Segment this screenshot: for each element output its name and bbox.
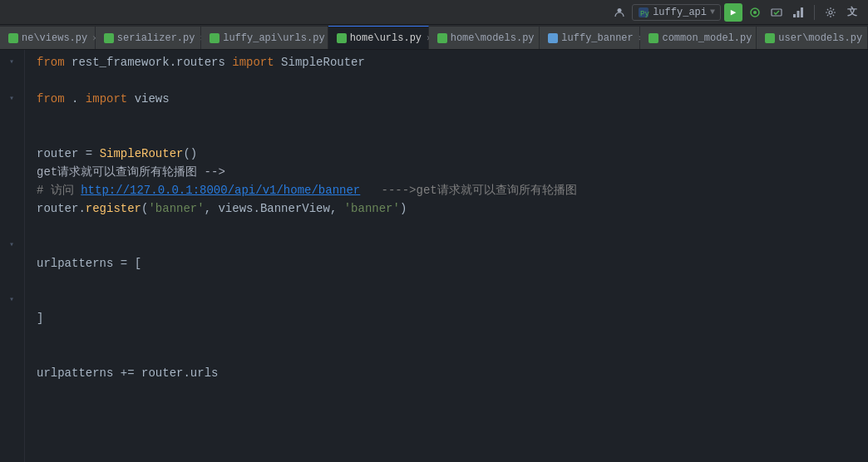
tab-label-common-model: common_model.py: [662, 32, 752, 44]
tab-serializer[interactable]: serializer.py ✕: [96, 26, 201, 49]
parens: (): [183, 145, 197, 163]
router-urls: router.urls: [141, 364, 218, 382]
tab-home-urls[interactable]: home\urls.py ✕: [328, 26, 429, 49]
keyword-import: import: [232, 53, 274, 71]
tab-luffy-urls[interactable]: luffy_api\urls.py ✕: [201, 26, 328, 49]
tab-icon-views: [8, 33, 18, 43]
import-views: views: [127, 90, 169, 108]
code-line-1: from rest_framework.routers import Simpl…: [37, 53, 868, 71]
gutter-line-16: [0, 327, 19, 346]
comment-hash: #: [37, 181, 51, 199]
keyword-from: from: [37, 53, 65, 71]
comma1: ,: [205, 199, 219, 218]
code-line-15: [37, 327, 868, 346]
svg-rect-6: [793, 14, 796, 17]
tab-label-luffy-banner: luffy_banner: [561, 32, 633, 44]
comment-url-link[interactable]: http://127.0.0.1:8000/api/v1/home/banner: [81, 181, 360, 199]
svg-text:Py: Py: [640, 10, 649, 18]
fold-icon-14[interactable]: ▾: [9, 291, 14, 309]
fold-icon-11[interactable]: ▾: [9, 236, 14, 254]
urlpatterns-var2: urlpatterns: [37, 364, 121, 382]
editor: ▾ ▾ ▾ ▾ from rest_framework.routers: [0, 50, 868, 462]
translate-icon[interactable]: 文: [843, 3, 861, 22]
svg-point-4: [753, 11, 757, 14]
eq-sign: =: [86, 145, 100, 163]
run-config-selector[interactable]: Py luffy_api ▼: [632, 4, 721, 21]
fold-icon-1[interactable]: ▾: [9, 53, 14, 71]
str-banner1: 'banner': [148, 199, 204, 218]
coverage-icon[interactable]: [767, 3, 786, 22]
urlpatterns-var: urlpatterns: [37, 254, 121, 273]
dot-module: .: [65, 90, 86, 108]
gutter-line-11: ▾: [0, 236, 19, 254]
svg-rect-7: [797, 11, 800, 17]
tab-views[interactable]: ne\views.py ✕: [0, 26, 96, 49]
tab-user-models[interactable]: user\models.py ✕: [757, 26, 868, 49]
profile-icon[interactable]: [789, 3, 807, 22]
tab-home-models[interactable]: home\models.py ✕: [429, 26, 540, 49]
code-line-13: [37, 291, 868, 309]
tab-icon-luffy-urls: [210, 33, 219, 43]
run-button[interactable]: ▶: [724, 3, 742, 22]
user-icon[interactable]: [610, 3, 629, 22]
gutter-line-3: ▾: [0, 90, 19, 108]
gutter-line-8: [0, 181, 19, 199]
toolbar-left-icons: [610, 3, 629, 22]
func-simplerouter: SimpleRouter: [100, 145, 184, 163]
line-numbers: ▾ ▾ ▾ ▾: [0, 50, 25, 462]
tab-icon-home-urls: [337, 33, 347, 43]
tab-icon-common-model: [649, 33, 658, 43]
gutter-line-19: [0, 382, 19, 401]
svg-rect-8: [801, 7, 803, 17]
svg-point-9: [829, 11, 832, 14]
gutter-line-15: [0, 309, 19, 327]
close-bracket: ]: [37, 309, 43, 327]
gutter-line-6: [0, 145, 19, 163]
paren-open: (: [141, 199, 148, 218]
gutter-line-9: [0, 199, 19, 218]
module-rest: rest_framework.routers: [65, 53, 233, 71]
tab-icon-luffy-banner: [548, 33, 558, 43]
code-line-16: [37, 346, 868, 364]
paren-close: ): [400, 199, 407, 218]
code-line-3: from . import views: [37, 90, 868, 108]
code-line-18: [37, 382, 868, 401]
views-bannerview: views.BannerView,: [218, 199, 343, 218]
toolbar-separator: [814, 5, 815, 20]
gutter-line-12: [0, 254, 19, 273]
fold-icon-3[interactable]: ▾: [9, 90, 14, 108]
debug-button[interactable]: [746, 3, 764, 22]
comment-arrow2: ---->get: [382, 181, 437, 199]
code-line-9: [37, 218, 868, 236]
tab-luffy-banner[interactable]: luffy_banner ✕: [540, 26, 640, 49]
tab-icon-home-models: [437, 33, 447, 43]
code-line-8: router. register ( 'banner' , views.Bann…: [37, 199, 868, 218]
keyword-from-2: from: [37, 90, 65, 108]
code-line-11: urlpatterns = [: [37, 254, 868, 273]
code-line-7: # 访问 http://127.0.0.1:8000/api/v1/home/b…: [37, 181, 868, 199]
tab-common-model[interactable]: common_model.py ✕: [640, 26, 757, 49]
keyword-import-2: import: [86, 90, 127, 108]
code-line-12: [37, 273, 868, 291]
gutter-line-13: [0, 273, 19, 291]
code-editor[interactable]: from rest_framework.routers import Simpl…: [25, 50, 868, 462]
gutter-line-18: [0, 364, 19, 382]
svg-point-0: [618, 8, 622, 12]
toolbar: Py luffy_api ▼ ▶ 文: [0, 0, 868, 25]
gutter-line-1: ▾: [0, 53, 19, 71]
tab-icon-user-models: [765, 33, 775, 43]
settings-icon[interactable]: [821, 3, 840, 22]
code-line-2: [37, 71, 868, 90]
code-line-5: [37, 126, 868, 145]
gutter-line-17: [0, 346, 19, 364]
dropdown-arrow-icon: ▼: [710, 7, 715, 17]
gutter-line-10: [0, 218, 19, 236]
pluseq: +=: [121, 364, 141, 382]
var-router: router: [37, 145, 86, 163]
code-line-17: urlpatterns += router.urls: [37, 364, 868, 382]
comment-chinese: 请求就可以查询所有轮播图: [437, 181, 577, 199]
run-config-label: luffy_api: [653, 7, 707, 18]
router-var: router.: [37, 199, 86, 218]
tab-label-views: ne\views.py: [22, 32, 87, 44]
code-line-6: router = SimpleRouter (): [37, 145, 868, 163]
